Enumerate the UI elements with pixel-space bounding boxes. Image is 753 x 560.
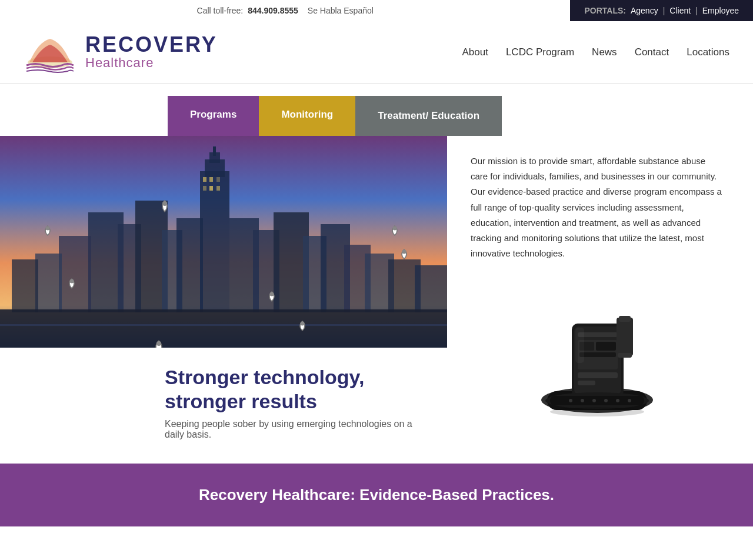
svg-rect-11: [216, 186, 220, 191]
headline-title: Stronger technology, stronger results: [165, 365, 424, 414]
svg-rect-28: [415, 265, 447, 312]
svg-rect-60: [575, 328, 584, 363]
tab-monitoring[interactable]: Monitoring: [259, 96, 355, 136]
mission-text: Our mission is to provide smart, afforda…: [471, 154, 724, 262]
main-content: Stronger technology, stronger results Ke…: [0, 136, 753, 458]
map-pin-4: [399, 246, 409, 262]
site-header: RECOVERY Healthcare About LCDC Program N…: [0, 21, 753, 84]
svg-point-42: [402, 249, 407, 254]
city-image: [0, 136, 447, 348]
quick-tabs: Programs Monitoring Treatment/ Education: [0, 84, 753, 136]
footer-banner-text: Recovery Healthcare: Evidence-Based Prac…: [199, 486, 554, 504]
separator-2: |: [695, 6, 698, 15]
svg-rect-16: [176, 218, 203, 312]
map-pin-7: [297, 318, 308, 334]
svg-point-65: [592, 399, 596, 402]
svg-point-32: [156, 341, 161, 346]
phone-number: 844.909.8555: [248, 6, 298, 15]
svg-point-66: [604, 399, 608, 402]
svg-rect-59: [618, 353, 632, 358]
map-pin-1: [159, 198, 171, 215]
portal-client-link[interactable]: Client: [669, 6, 691, 15]
nav-about[interactable]: About: [462, 46, 488, 58]
svg-rect-58: [619, 316, 631, 322]
habla-espanol: Se Habla Español: [308, 6, 374, 15]
svg-point-44: [270, 292, 274, 296]
svg-rect-54: [579, 352, 616, 357]
tab-programs[interactable]: Programs: [168, 96, 259, 136]
footer-banner: Recovery Healthcare: Evidence-Based Prac…: [0, 464, 753, 526]
svg-rect-29: [0, 309, 447, 348]
left-column: Stronger technology, stronger results Ke…: [0, 136, 447, 458]
device-image-container: [471, 285, 724, 432]
svg-rect-18: [35, 254, 62, 312]
svg-point-40: [46, 226, 50, 230]
svg-rect-7: [209, 177, 213, 182]
svg-point-45: [301, 321, 305, 325]
tab-treatment[interactable]: Treatment/ Education: [355, 96, 502, 136]
svg-point-67: [616, 399, 619, 402]
svg-rect-9: [203, 186, 206, 191]
svg-rect-17: [59, 236, 91, 312]
separator-1: |: [663, 6, 665, 15]
svg-rect-53: [596, 342, 616, 351]
map-pin-3: [389, 223, 400, 239]
map-pin-2: [42, 223, 53, 239]
logo-text: RECOVERY Healthcare: [85, 34, 218, 71]
portals-label: PORTALS:: [584, 6, 626, 15]
nav-lcdc[interactable]: LCDC Program: [506, 46, 574, 58]
city-skyline-svg: [0, 136, 447, 348]
svg-point-63: [569, 399, 572, 402]
right-column: Our mission is to provide smart, afforda…: [447, 136, 753, 444]
headline-section: Stronger technology, stronger results Ke…: [0, 348, 447, 458]
svg-rect-5: [213, 146, 216, 156]
logo-link[interactable]: RECOVERY Healthcare: [24, 30, 218, 74]
svg-point-41: [393, 226, 397, 230]
svg-point-43: [70, 279, 74, 283]
svg-point-39: [162, 201, 167, 206]
svg-rect-2: [200, 171, 229, 312]
nav-locations[interactable]: Locations: [687, 46, 729, 58]
map-pin-5: [66, 276, 77, 292]
portal-agency-link[interactable]: Agency: [631, 6, 658, 15]
svg-rect-57: [617, 318, 633, 356]
svg-rect-8: [216, 177, 220, 182]
svg-rect-56: [578, 381, 595, 385]
logo-icon: [24, 30, 76, 74]
portals-bar: PORTALS: Agency | Client | Employee: [570, 0, 753, 21]
svg-rect-19: [12, 259, 38, 312]
main-nav: About LCDC Program News Contact Location…: [462, 46, 729, 58]
call-label: Call toll-free:: [197, 6, 244, 15]
svg-rect-55: [578, 372, 618, 378]
map-pin-6: [266, 289, 277, 305]
svg-point-64: [581, 399, 584, 402]
svg-point-68: [628, 399, 631, 402]
nav-news[interactable]: News: [592, 46, 617, 58]
svg-point-69: [550, 407, 644, 416]
device-svg: [529, 291, 665, 426]
svg-rect-6: [203, 177, 206, 182]
logo-recovery: RECOVERY: [85, 34, 218, 55]
nav-contact[interactable]: Contact: [635, 46, 669, 58]
headline-subtitle: Keeping people sober by using emerging t…: [165, 419, 424, 440]
svg-rect-10: [209, 186, 213, 191]
logo-healthcare: Healthcare: [85, 55, 218, 71]
svg-rect-30: [0, 324, 447, 326]
contact-bar: Call toll-free: 844.909.8555 Se Habla Es…: [0, 0, 570, 21]
portal-employee-link[interactable]: Employee: [702, 6, 739, 15]
